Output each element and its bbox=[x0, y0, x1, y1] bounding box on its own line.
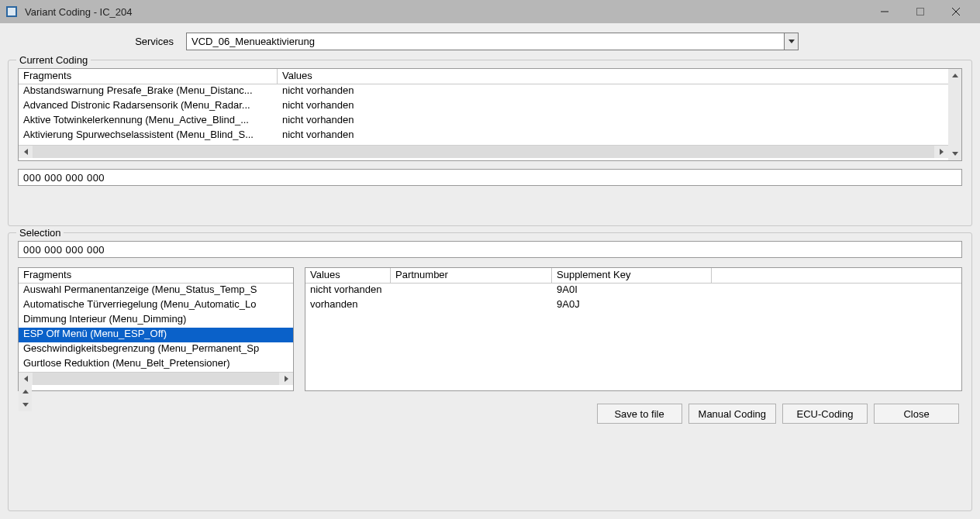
v-scrollbar[interactable] bbox=[19, 385, 32, 411]
table-row[interactable]: vorhanden 9A0J bbox=[305, 298, 961, 313]
list-item-selected[interactable]: ESP Off Menü (Menu_ESP_Off) bbox=[19, 328, 293, 342]
col-values[interactable]: Values bbox=[278, 69, 948, 84]
current-coding-legend: Current Coding bbox=[16, 54, 91, 66]
list-item[interactable]: Geschwindigkeitsbegrenzung (Menu_Permane… bbox=[19, 342, 293, 357]
current-coding-list[interactable]: Fragments Values Abstandswarnung Presafe… bbox=[18, 68, 962, 161]
button-bar: Save to file Manual Coding ECU-Coding Cl… bbox=[18, 400, 962, 424]
window-controls bbox=[867, 0, 974, 23]
current-coding-hex[interactable]: 000 000 000 000 bbox=[18, 169, 962, 186]
scroll-right-icon[interactable] bbox=[279, 373, 293, 385]
services-row: Services VCD_06_Menueaktivierung bbox=[8, 29, 972, 53]
list-item[interactable]: Automatische Türverriegelung (Menu_Autom… bbox=[19, 298, 293, 313]
v-scrollbar[interactable] bbox=[948, 69, 961, 160]
ecu-coding-button[interactable]: ECU-Coding bbox=[782, 404, 868, 424]
col-supplement-key[interactable]: Supplement Key bbox=[552, 268, 712, 283]
list-item[interactable]: Auswahl Permanentanzeige (Menu_Status_Te… bbox=[19, 284, 293, 298]
minimize-button[interactable] bbox=[867, 0, 902, 23]
table-row[interactable]: Aktive Totwinkelerkennung (Menu_Active_B… bbox=[19, 114, 948, 129]
svg-rect-1 bbox=[917, 9, 924, 15]
app-icon bbox=[6, 6, 17, 17]
col-fragments[interactable]: Fragments bbox=[19, 69, 278, 84]
selection-hex[interactable]: 000 000 000 000 bbox=[18, 241, 962, 258]
chevron-down-icon[interactable] bbox=[784, 33, 798, 50]
scroll-left-icon[interactable] bbox=[19, 146, 33, 158]
services-combobox-value: VCD_06_Menueaktivierung bbox=[187, 33, 784, 50]
fragments-list[interactable]: Fragments Auswahl Permanentanzeige (Menu… bbox=[18, 267, 294, 391]
window-title: Variant Coding - IC_204 bbox=[25, 6, 133, 18]
col-values[interactable]: Values bbox=[305, 268, 391, 283]
table-row[interactable]: Aktivierung Spurwechselassistent (Menu_B… bbox=[19, 129, 948, 143]
values-table[interactable]: Values Partnumber Supplement Key nicht v… bbox=[305, 267, 962, 391]
current-coding-headers: Fragments Values bbox=[19, 69, 948, 84]
col-fragments[interactable]: Fragments bbox=[19, 268, 293, 283]
save-to-file-button[interactable]: Save to file bbox=[597, 404, 682, 424]
table-row[interactable]: Abstandswarnung Presafe_Brake (Menu_Dist… bbox=[19, 84, 948, 99]
table-row[interactable]: Advanced Distronic Radarsensorik (Menu_R… bbox=[19, 99, 948, 114]
selection-group: Selection 000 000 000 000 Fragments Ausw… bbox=[8, 232, 972, 511]
h-scrollbar[interactable] bbox=[19, 145, 948, 158]
services-label: Services bbox=[8, 36, 186, 47]
scroll-down-icon[interactable] bbox=[19, 398, 32, 411]
scroll-down-icon[interactable] bbox=[948, 147, 961, 160]
scroll-right-icon[interactable] bbox=[934, 146, 948, 158]
title-bar: Variant Coding - IC_204 bbox=[0, 0, 980, 23]
col-partnumber[interactable]: Partnumber bbox=[391, 268, 552, 283]
scroll-left-icon[interactable] bbox=[19, 373, 33, 385]
current-coding-group: Current Coding Fragments Values Abstands… bbox=[8, 60, 972, 226]
list-item[interactable]: Gurtlose Reduktion (Menu_Belt_Pretension… bbox=[19, 357, 293, 372]
table-row[interactable]: nicht vorhanden 9A0I bbox=[305, 284, 961, 298]
client-area: Services VCD_06_Menueaktivierung Current… bbox=[0, 23, 980, 519]
selection-legend: Selection bbox=[16, 227, 64, 239]
close-button[interactable]: Close bbox=[874, 404, 959, 424]
scroll-up-icon[interactable] bbox=[948, 69, 961, 82]
services-combobox[interactable]: VCD_06_Menueaktivierung bbox=[186, 33, 799, 50]
close-window-button[interactable] bbox=[938, 0, 974, 23]
maximize-button[interactable] bbox=[902, 0, 938, 23]
list-item[interactable]: Dimmung Interieur (Menu_Dimming) bbox=[19, 313, 293, 328]
manual-coding-button[interactable]: Manual Coding bbox=[688, 404, 776, 424]
scroll-up-icon[interactable] bbox=[19, 385, 32, 398]
h-scrollbar[interactable] bbox=[19, 372, 293, 385]
col-empty bbox=[712, 268, 961, 283]
